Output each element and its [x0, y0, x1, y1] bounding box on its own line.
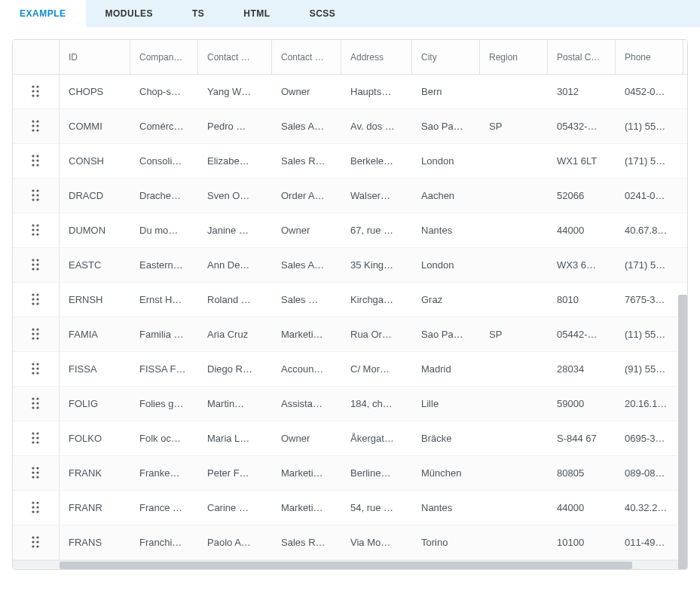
drag-handle-cell[interactable] — [13, 283, 60, 317]
column-header-city[interactable]: City — [412, 40, 480, 75]
drag-handle-cell[interactable] — [13, 109, 60, 143]
cell-phone: (11) 55… — [616, 317, 683, 351]
column-header-id[interactable]: ID — [60, 40, 130, 75]
drag-handle-icon[interactable] — [31, 223, 41, 238]
table-row[interactable]: FOLKOFolk oc…Maria L…OwnerÅkergat…Bräcke… — [13, 421, 687, 456]
column-header-contact-name[interactable]: Contact … — [198, 40, 272, 75]
drag-handle-icon[interactable] — [31, 188, 41, 204]
cell-address: Kirchga… — [341, 283, 412, 317]
cell-contact-name: Maria L… — [198, 421, 272, 455]
svg-point-68 — [32, 471, 34, 473]
svg-point-64 — [32, 441, 34, 443]
horizontal-scrollbar[interactable] — [13, 560, 687, 569]
svg-point-10 — [32, 129, 34, 131]
svg-point-72 — [32, 501, 34, 504]
drag-handle-cell[interactable] — [13, 179, 60, 213]
drag-handle-icon[interactable] — [31, 119, 41, 134]
table-row[interactable]: FISSAFISSA F…Diego R…Accoun…C/ Mor…Madri… — [13, 352, 687, 387]
svg-point-21 — [36, 194, 38, 196]
drag-handle-cell[interactable] — [13, 317, 60, 351]
table-row[interactable]: FRANSFranchi…Paolo A…Sales R…Via Mo…Tori… — [13, 525, 687, 560]
column-header-company[interactable]: Compan… — [130, 40, 198, 75]
cell-contact-title: Sales A… — [272, 248, 341, 282]
cell-postal: 05442-… — [548, 317, 616, 351]
svg-point-74 — [32, 506, 34, 508]
drag-handle-cell[interactable] — [13, 75, 60, 109]
cell-phone-text: 0452-0… — [625, 86, 665, 97]
cell-phone-text: 011-49… — [625, 537, 665, 548]
table-row[interactable]: EASTCEastern…Ann De…Sales A…35 King…Lond… — [13, 248, 687, 283]
cell-phone-text: (171) 5… — [625, 155, 665, 167]
column-header-address[interactable]: Address — [341, 40, 412, 75]
cell-city: Aachen — [412, 179, 480, 213]
table-row[interactable]: DUMONDu mo…Janine …Owner67, rue …Nantes4… — [13, 213, 687, 248]
drag-handle-cell[interactable] — [13, 421, 60, 455]
drag-handle-cell[interactable] — [13, 248, 60, 282]
cell-company-text: FISSA F… — [139, 363, 185, 375]
drag-handle-cell[interactable] — [13, 213, 60, 247]
cell-city-text: Aachen — [421, 190, 454, 201]
drag-handle-cell[interactable] — [13, 387, 60, 421]
drag-handle-icon[interactable] — [31, 84, 41, 100]
cell-id-text: ERNSH — [69, 294, 103, 305]
drag-handle-cell[interactable] — [13, 491, 60, 525]
cell-city-text: Bräcke — [421, 433, 451, 444]
column-header-postal[interactable]: Postal C… — [548, 40, 616, 75]
drag-handle-icon[interactable] — [31, 397, 41, 412]
column-header-drag[interactable] — [13, 40, 60, 75]
tab-ts[interactable]: TS — [173, 0, 224, 27]
cell-phone: 0695-3… — [616, 421, 683, 455]
column-header-contact-title[interactable]: Contact … — [272, 40, 341, 75]
cell-region: SP — [480, 109, 548, 143]
drag-handle-cell[interactable] — [13, 144, 60, 178]
table-row[interactable]: CONSHConsoli…Elizabe…Sales R…Berkele…Lon… — [13, 144, 687, 179]
table-row[interactable]: CHOPSChop-s…Yang W…OwnerHaupts…Bern30120… — [13, 75, 687, 109]
svg-point-53 — [36, 372, 38, 374]
svg-point-83 — [36, 545, 38, 547]
table-row[interactable]: COMMIComérc…Pedro …Sales A…Av. dos …Sao … — [13, 109, 687, 144]
cell-id-text: FAMIA — [69, 329, 98, 340]
drag-handle-icon[interactable] — [31, 292, 41, 308]
drag-handle-icon[interactable] — [31, 327, 41, 342]
column-header-region[interactable]: Region — [480, 40, 548, 75]
column-header-phone[interactable]: Phone — [616, 40, 683, 75]
cell-contact-name-text: Carine … — [207, 502, 249, 513]
drag-handle-cell[interactable] — [13, 352, 60, 386]
horizontal-scrollbar-thumb[interactable] — [60, 562, 632, 569]
drag-handle-icon[interactable] — [31, 431, 41, 446]
drag-handle-icon[interactable] — [31, 466, 41, 481]
drag-handle-cell[interactable] — [13, 456, 60, 490]
table-row[interactable]: FAMIAFamilia …Aria CruzMarketi…Rua Or…Sa… — [13, 317, 687, 352]
vertical-scrollbar-thumb[interactable] — [678, 295, 687, 570]
drag-handle-icon[interactable] — [31, 154, 41, 169]
cell-id-text: CHOPS — [69, 86, 103, 97]
tab-scss[interactable]: SCSS — [290, 0, 356, 27]
cell-address-text: Haupts… — [350, 86, 391, 97]
cell-address: 54, rue … — [341, 491, 412, 525]
drag-handle-icon[interactable] — [31, 362, 41, 377]
cell-phone-text: 40.32.2… — [625, 502, 667, 513]
column-header-label: Contact … — [207, 52, 250, 63]
drag-handle-icon[interactable] — [31, 258, 41, 273]
svg-point-7 — [36, 120, 38, 122]
table-row[interactable]: FRANKFranke…Peter F…Marketi…Berline…Münc… — [13, 456, 687, 491]
table-row[interactable]: DRACDDrache…Sven O…Order A…Walser…Aachen… — [13, 179, 687, 213]
cell-company-text: Consoli… — [139, 155, 182, 167]
table-row[interactable]: FRANRFrance …Carine …Marketi…54, rue …Na… — [13, 491, 687, 525]
cell-phone: 40.32.2… — [616, 491, 683, 525]
tab-modules[interactable]: MODULES — [86, 0, 173, 27]
drag-handle-cell[interactable] — [13, 525, 60, 559]
cell-phone-text: 20.16.1… — [625, 398, 667, 409]
svg-point-2 — [32, 90, 34, 92]
cell-contact-title-text: Marketi… — [281, 467, 323, 479]
cell-region — [480, 248, 548, 282]
table-row[interactable]: FOLIGFolies g…Martin…Assista…184, ch…Lil… — [13, 387, 687, 421]
drag-handle-icon[interactable] — [31, 501, 41, 516]
tab-html[interactable]: HTML — [224, 0, 289, 27]
cell-address-text: Av. dos … — [350, 121, 395, 132]
table-row[interactable]: ERNSHErnst H…Roland …Sales …Kirchga…Graz… — [13, 283, 687, 317]
svg-point-76 — [32, 510, 34, 513]
cell-postal: WX3 6… — [548, 248, 616, 282]
tab-example[interactable]: EXAMPLE — [0, 0, 86, 27]
drag-handle-icon[interactable] — [31, 535, 41, 550]
